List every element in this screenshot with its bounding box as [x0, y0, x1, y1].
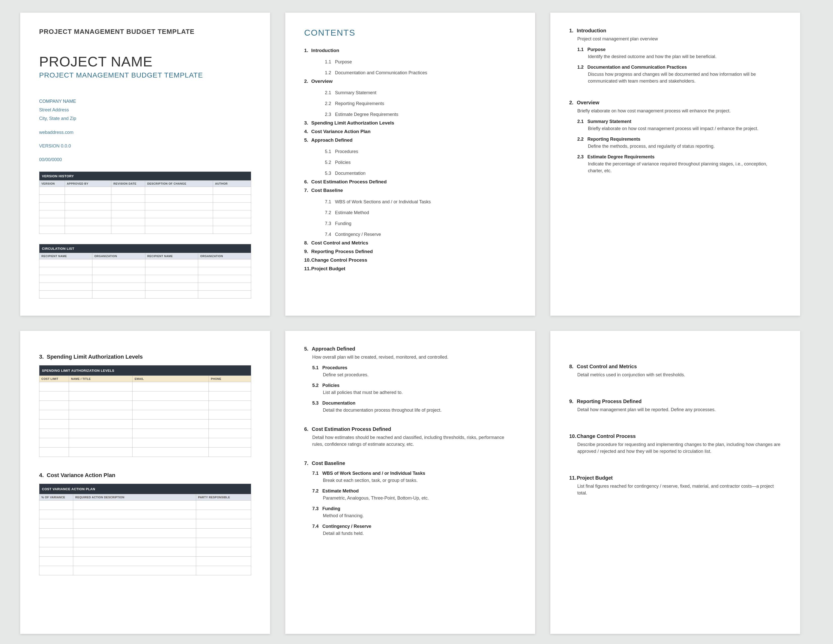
toc-item: 9.Reporting Process Defined [304, 249, 516, 254]
col-revision-date: REVISION DATE [111, 180, 145, 187]
toc-item: 1.Introduction1.1Purpose1.2Documentation… [304, 48, 516, 76]
table-row [39, 187, 251, 195]
version-string: VERSION 0.0.0 [39, 142, 251, 150]
section-5-approach: 5.Approach Defined How overall plan will… [304, 346, 516, 414]
col-recipient-name-2: RECIPIENT NAME [145, 253, 198, 259]
toc-subitem: 5.2Policies [317, 155, 516, 165]
toc-item: 7.Cost Baseline7.1WBS of Work Sections a… [304, 188, 516, 237]
toc-item: 2.Overview2.1Summary Statement2.2Reporti… [304, 79, 516, 117]
section-title: Introduction [577, 28, 606, 33]
section-3-title: 3.Spending Limit Authorization Levels [39, 354, 251, 360]
table-row [39, 401, 251, 410]
street-address: Street Address [39, 106, 251, 114]
col-organization-2: ORGANIZATION [198, 253, 251, 259]
table-row [39, 566, 251, 575]
section-9: 9.Reporting Process Defined Detail how m… [569, 399, 781, 413]
circulation-list-title: CIRCULATION LIST [39, 244, 251, 253]
table-row [39, 275, 251, 283]
toc-subitem: 2.3Estimate Degree Requirements [317, 107, 516, 117]
table-of-contents: 1.Introduction1.1Purpose1.2Documentation… [304, 48, 516, 272]
table-row [39, 226, 251, 234]
section-2-overview: 2.Overview Briefly elaborate on how cost… [569, 100, 781, 174]
toc-item: 11.Project Budget [304, 266, 516, 272]
section-6-cost-estimation: 6.Cost Estimation Process Defined Detail… [304, 426, 516, 448]
table-row [39, 267, 251, 275]
table-row [39, 291, 251, 298]
table-row [39, 382, 251, 391]
section-4-title: 4.Cost Variance Action Plan [39, 472, 251, 478]
toc-subitem: 5.1Procedures [317, 145, 516, 154]
contents-title: CONTENTS [304, 28, 516, 38]
page-3: 1.Introduction Project cost management p… [550, 13, 800, 316]
toc-subitem: 7.2Estimate Method [317, 206, 516, 216]
section-11: 11.Project Budget List final figures rea… [569, 475, 781, 496]
col-author: AUTHOR [213, 180, 251, 187]
subsection-reporting: 2.2Reporting Requirements Define the met… [577, 137, 781, 150]
company-name: COMPANY NAME [39, 97, 251, 106]
company-meta: COMPANY NAME Street Address City, State … [39, 97, 251, 164]
table-row [39, 438, 251, 448]
table-row [39, 410, 251, 420]
toc-item: 3.Spending Limit Authorization Levels [304, 120, 516, 126]
document-canvas: PROJECT MANAGEMENT BUDGET TEMPLATE PROJE… [0, 0, 833, 644]
section-1-introduction: 1.Introduction Project cost management p… [569, 28, 781, 85]
col-recipient-name-1: RECIPIENT NAME [39, 253, 92, 259]
spending-limit-title: SPENDING LIMIT AUTHORIZATION LEVELS [39, 365, 251, 376]
table-row [39, 538, 251, 547]
page-4: 3.Spending Limit Authorization Levels SP… [20, 331, 270, 634]
table-row [39, 448, 251, 457]
col-version: VERSION [39, 180, 65, 187]
page-2-contents: CONTENTS 1.Introduction1.1Purpose1.2Docu… [285, 13, 535, 316]
toc-subitem: 1.1Purpose [317, 55, 516, 64]
table-row [39, 557, 251, 566]
toc-item: 8.Cost Control and Metrics [304, 240, 516, 246]
table-row [39, 259, 251, 267]
toc-item: 10.Change Control Process [304, 258, 516, 263]
section-body: Project cost management plan overview [577, 35, 781, 42]
subsection-doc-comm: 1.2Documentation and Communication Pract… [577, 64, 781, 85]
circulation-list-table: CIRCULATION LIST RECIPIENT NAME ORGANIZA… [39, 244, 251, 298]
project-name-title: PROJECT NAME [39, 53, 251, 70]
version-history-table: VERSION HISTORY VERSION APPROVED BY REVI… [39, 171, 251, 234]
cost-variance-table: COST VARIANCE ACTION PLAN % OF VARIANCE … [39, 484, 251, 575]
project-subtitle: PROJECT MANAGEMENT BUDGET TEMPLATE [39, 71, 251, 79]
table-row [39, 283, 251, 291]
toc-subitem: 7.3Funding [317, 216, 516, 226]
section-10: 10.Change Control Process Describe proce… [569, 433, 781, 455]
page-1: PROJECT MANAGEMENT BUDGET TEMPLATE PROJE… [20, 13, 270, 316]
table-row [39, 429, 251, 438]
spending-limit-table: SPENDING LIMIT AUTHORIZATION LEVELS COST… [39, 365, 251, 457]
page-5: 5.Approach Defined How overall plan will… [285, 331, 535, 634]
subsection-estimate-degree: 2.3Estimate Degree Requirements Indicate… [577, 154, 781, 174]
col-organization-1: ORGANIZATION [92, 253, 145, 259]
toc-item: 4.Cost Variance Action Plan [304, 129, 516, 134]
toc-subitem: 1.2Documentation and Communication Pract… [317, 66, 516, 76]
cost-variance-title: COST VARIANCE ACTION PLAN [39, 484, 251, 494]
table-row [39, 420, 251, 429]
section-num: 1. [569, 28, 577, 34]
city-state-zip: City, State and Zip [39, 114, 251, 123]
toc-item: 6.Cost Estimation Process Defined [304, 179, 516, 185]
table-row [39, 528, 251, 538]
table-row [39, 203, 251, 210]
table-row [39, 519, 251, 528]
table-row [39, 210, 251, 218]
web-address: webaddress.com [39, 128, 251, 137]
table-row [39, 195, 251, 203]
toc-subitem: 2.2Reporting Requirements [317, 97, 516, 106]
version-history-title: VERSION HISTORY [39, 172, 251, 180]
subsection-purpose: 1.1Purpose Identify the desired outcome … [577, 47, 781, 60]
toc-subitem: 5.3Documentation [317, 166, 516, 176]
section-8: 8.Cost Control and Metrics Detail metric… [569, 364, 781, 378]
subsection-summary: 2.1Summary Statement Briefly elaborate o… [577, 119, 781, 132]
col-description: DESCRIPTION OF CHANGE [145, 180, 213, 187]
toc-item: 5.Approach Defined5.1Procedures5.2Polici… [304, 137, 516, 176]
page-6: 8.Cost Control and Metrics Detail metric… [550, 331, 800, 634]
table-row [39, 501, 251, 510]
toc-subitem: 7.1WBS of Work Sections and / or Individ… [317, 195, 516, 204]
template-header: PROJECT MANAGEMENT BUDGET TEMPLATE [39, 28, 251, 35]
date-string: 00/00/0000 [39, 155, 251, 164]
table-row [39, 510, 251, 519]
section-7-cost-baseline: 7.Cost Baseline 7.1WBS of Work Sections … [304, 460, 516, 537]
toc-subitem: 2.1Summary Statement [317, 85, 516, 95]
